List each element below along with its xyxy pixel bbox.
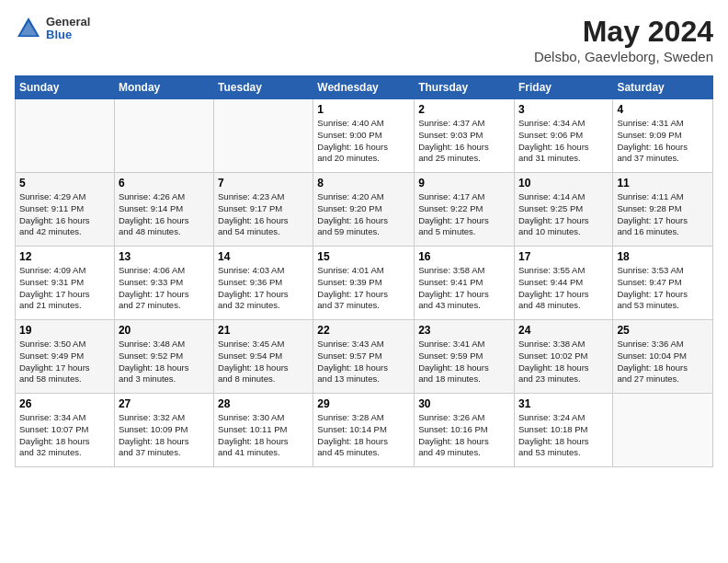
day-number: 27 [119,397,210,410]
calendar-cell: 18Sunrise: 3:53 AM Sunset: 9:47 PM Dayli… [613,247,713,320]
day-info: Sunrise: 3:26 AM Sunset: 10:16 PM Daylig… [418,412,510,459]
day-info: Sunrise: 3:41 AM Sunset: 9:59 PM Dayligh… [418,339,510,385]
calendar-cell: 21Sunrise: 3:45 AM Sunset: 9:54 PM Dayli… [214,320,313,394]
day-info: Sunrise: 3:48 AM Sunset: 9:52 PM Dayligh… [119,339,210,385]
calendar-cell: 31Sunrise: 3:24 AM Sunset: 10:18 PM Dayl… [514,394,612,467]
calendar-cell [214,99,313,173]
day-info: Sunrise: 4:20 AM Sunset: 9:20 PM Dayligh… [317,191,410,238]
day-number: 23 [418,324,510,337]
calendar-cell: 3Sunrise: 4:34 AM Sunset: 9:06 PM Daylig… [514,99,612,173]
weekday-header-thursday: Thursday [415,76,515,99]
calendar-cell: 27Sunrise: 3:32 AM Sunset: 10:09 PM Dayl… [114,394,213,467]
logo-icon [15,15,42,42]
day-info: Sunrise: 3:55 AM Sunset: 9:44 PM Dayligh… [518,265,609,312]
day-number: 21 [218,324,309,337]
day-info: Sunrise: 4:40 AM Sunset: 9:00 PM Dayligh… [317,118,410,165]
calendar-cell: 30Sunrise: 3:26 AM Sunset: 10:16 PM Dayl… [415,394,515,467]
day-info: Sunrise: 4:03 AM Sunset: 9:36 PM Dayligh… [218,265,309,312]
calendar-table: SundayMondayTuesdayWednesdayThursdayFrid… [15,75,713,467]
day-info: Sunrise: 4:23 AM Sunset: 9:17 PM Dayligh… [218,191,309,238]
calendar-cell: 6Sunrise: 4:26 AM Sunset: 9:14 PM Daylig… [114,173,213,247]
day-info: Sunrise: 3:32 AM Sunset: 10:09 PM Daylig… [119,412,210,459]
day-number: 3 [518,103,609,116]
calendar-cell: 7Sunrise: 4:23 AM Sunset: 9:17 PM Daylig… [214,173,313,247]
day-number: 18 [617,250,709,263]
calendar-cell: 16Sunrise: 3:58 AM Sunset: 9:41 PM Dayli… [415,247,515,320]
day-number: 19 [19,324,110,337]
day-number: 15 [317,250,410,263]
calendar-cell: 10Sunrise: 4:14 AM Sunset: 9:25 PM Dayli… [514,173,612,247]
calendar-cell: 8Sunrise: 4:20 AM Sunset: 9:20 PM Daylig… [313,173,415,247]
day-number: 26 [19,397,110,410]
calendar-cell: 25Sunrise: 3:36 AM Sunset: 10:04 PM Dayl… [613,320,713,394]
day-number: 7 [218,177,309,190]
day-number: 28 [218,397,309,410]
day-number: 14 [218,250,309,263]
day-info: Sunrise: 4:34 AM Sunset: 9:06 PM Dayligh… [518,118,609,165]
day-number: 31 [518,397,609,410]
calendar-week-row: 19Sunrise: 3:50 AM Sunset: 9:49 PM Dayli… [16,320,713,394]
weekday-header-row: SundayMondayTuesdayWednesdayThursdayFrid… [16,76,713,99]
page-header: General Blue May 2024 Delsbo, Gaevleborg… [15,15,713,64]
calendar-cell: 12Sunrise: 4:09 AM Sunset: 9:31 PM Dayli… [16,247,115,320]
calendar-cell: 17Sunrise: 3:55 AM Sunset: 9:44 PM Dayli… [514,247,612,320]
day-number: 8 [317,177,410,190]
day-number: 12 [19,250,110,263]
calendar-cell: 22Sunrise: 3:43 AM Sunset: 9:57 PM Dayli… [313,320,415,394]
calendar-cell: 13Sunrise: 4:06 AM Sunset: 9:33 PM Dayli… [114,247,213,320]
logo-text: General Blue [46,16,90,42]
day-info: Sunrise: 4:14 AM Sunset: 9:25 PM Dayligh… [518,191,609,238]
calendar-cell: 2Sunrise: 4:37 AM Sunset: 9:03 PM Daylig… [415,99,515,173]
weekday-header-monday: Monday [114,76,213,99]
day-info: Sunrise: 3:24 AM Sunset: 10:18 PM Daylig… [518,412,609,459]
calendar-cell: 20Sunrise: 3:48 AM Sunset: 9:52 PM Dayli… [114,320,213,394]
logo-blue-label: Blue [46,29,90,41]
logo-general-label: General [46,16,90,29]
day-number: 11 [617,177,709,190]
calendar-week-row: 26Sunrise: 3:34 AM Sunset: 10:07 PM Dayl… [16,394,713,467]
calendar-cell: 5Sunrise: 4:29 AM Sunset: 9:11 PM Daylig… [16,173,115,247]
calendar-week-row: 5Sunrise: 4:29 AM Sunset: 9:11 PM Daylig… [16,173,713,247]
day-info: Sunrise: 3:50 AM Sunset: 9:49 PM Dayligh… [19,339,110,385]
calendar-cell [613,394,713,467]
title-block: May 2024 Delsbo, Gaevleborg, Sweden [534,15,713,64]
calendar-week-row: 12Sunrise: 4:09 AM Sunset: 9:31 PM Dayli… [16,247,713,320]
day-number: 24 [518,324,609,337]
calendar-cell: 23Sunrise: 3:41 AM Sunset: 9:59 PM Dayli… [415,320,515,394]
weekday-header-friday: Friday [514,76,612,99]
calendar-cell: 11Sunrise: 4:11 AM Sunset: 9:28 PM Dayli… [613,173,713,247]
weekday-header-wednesday: Wednesday [313,76,415,99]
day-info: Sunrise: 3:38 AM Sunset: 10:02 PM Daylig… [518,339,609,385]
day-info: Sunrise: 4:17 AM Sunset: 9:22 PM Dayligh… [418,191,510,238]
weekday-header-tuesday: Tuesday [214,76,313,99]
day-info: Sunrise: 3:43 AM Sunset: 9:57 PM Dayligh… [317,339,410,385]
calendar-week-row: 1Sunrise: 4:40 AM Sunset: 9:00 PM Daylig… [16,99,713,173]
day-number: 6 [119,177,210,190]
calendar-cell: 19Sunrise: 3:50 AM Sunset: 9:49 PM Dayli… [16,320,115,394]
day-number: 10 [518,177,609,190]
calendar-cell: 15Sunrise: 4:01 AM Sunset: 9:39 PM Dayli… [313,247,415,320]
calendar-cell [16,99,115,173]
calendar-cell: 1Sunrise: 4:40 AM Sunset: 9:00 PM Daylig… [313,99,415,173]
day-info: Sunrise: 3:53 AM Sunset: 9:47 PM Dayligh… [617,265,709,312]
day-number: 4 [617,103,709,116]
day-number: 2 [418,103,510,116]
day-info: Sunrise: 3:36 AM Sunset: 10:04 PM Daylig… [617,339,709,385]
calendar-cell: 4Sunrise: 4:31 AM Sunset: 9:09 PM Daylig… [613,99,713,173]
calendar-cell: 9Sunrise: 4:17 AM Sunset: 9:22 PM Daylig… [415,173,515,247]
day-info: Sunrise: 4:01 AM Sunset: 9:39 PM Dayligh… [317,265,410,312]
calendar-cell: 26Sunrise: 3:34 AM Sunset: 10:07 PM Dayl… [16,394,115,467]
day-number: 25 [617,324,709,337]
day-number: 16 [418,250,510,263]
day-info: Sunrise: 4:09 AM Sunset: 9:31 PM Dayligh… [19,265,110,312]
weekday-header-sunday: Sunday [16,76,115,99]
calendar-cell: 28Sunrise: 3:30 AM Sunset: 10:11 PM Dayl… [214,394,313,467]
day-info: Sunrise: 4:37 AM Sunset: 9:03 PM Dayligh… [418,118,510,165]
day-number: 22 [317,324,410,337]
day-number: 1 [317,103,410,116]
day-info: Sunrise: 3:58 AM Sunset: 9:41 PM Dayligh… [418,265,510,312]
weekday-header-saturday: Saturday [613,76,713,99]
calendar-cell: 14Sunrise: 4:03 AM Sunset: 9:36 PM Dayli… [214,247,313,320]
day-info: Sunrise: 3:30 AM Sunset: 10:11 PM Daylig… [218,412,309,459]
day-info: Sunrise: 3:34 AM Sunset: 10:07 PM Daylig… [19,412,110,459]
